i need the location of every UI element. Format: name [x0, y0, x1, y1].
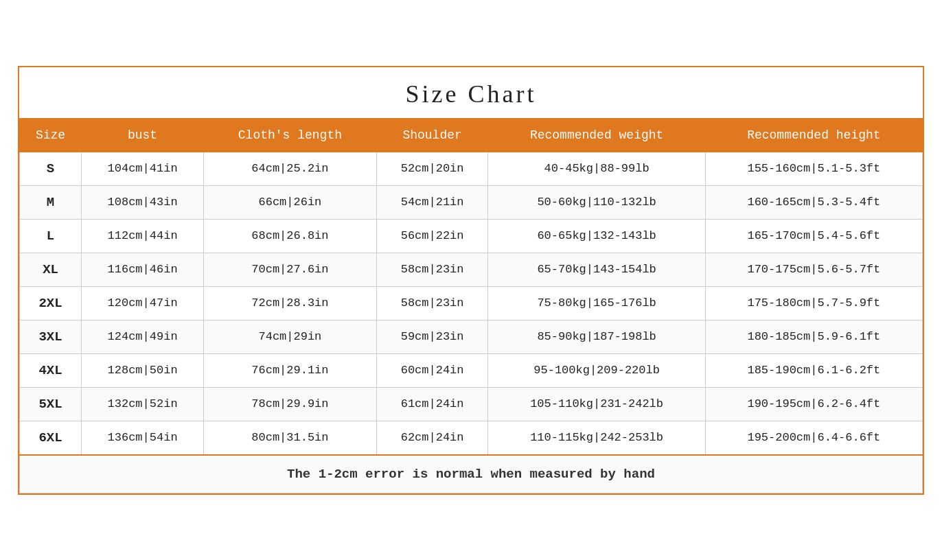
cell-height: 165-170cm|5.4-5.6ft — [705, 219, 922, 253]
cell-shoulder: 61cm|24in — [376, 387, 488, 421]
cell-size: 3XL — [20, 320, 82, 353]
cell-shoulder: 56cm|22in — [376, 219, 488, 253]
cell-height: 195-200cm|6.4-6.6ft — [705, 421, 922, 455]
cell-shoulder: 62cm|24in — [376, 421, 488, 455]
cell-length: 64cm|25.2in — [204, 152, 377, 185]
cell-height: 160-165cm|5.3-5.4ft — [705, 185, 922, 219]
cell-weight: 105-110kg|231-242lb — [488, 387, 705, 421]
cell-height: 175-180cm|5.7-5.9ft — [705, 286, 922, 320]
cell-size: 2XL — [20, 286, 82, 320]
table-row: L112cm|44in68cm|26.8in56cm|22in60-65kg|1… — [20, 219, 923, 253]
cell-weight: 95-100kg|209-220lb — [488, 353, 705, 387]
cell-length: 80cm|31.5in — [204, 421, 377, 455]
cell-size: 4XL — [20, 353, 82, 387]
cell-shoulder: 54cm|21in — [376, 185, 488, 219]
table-header-row: Size bust Cloth's length Shoulder Recomm… — [20, 118, 923, 152]
cell-length: 74cm|29in — [204, 320, 377, 353]
cell-shoulder: 52cm|20in — [376, 152, 488, 185]
cell-bust: 112cm|44in — [82, 219, 204, 253]
cell-bust: 108cm|43in — [82, 185, 204, 219]
table-row: S104cm|41in64cm|25.2in52cm|20in40-45kg|8… — [20, 152, 923, 185]
cell-size: S — [20, 152, 82, 185]
col-header-weight: Recommended weight — [488, 118, 705, 152]
cell-size: 5XL — [20, 387, 82, 421]
table-row: 2XL120cm|47in72cm|28.3in58cm|23in75-80kg… — [20, 286, 923, 320]
cell-bust: 132cm|52in — [82, 387, 204, 421]
cell-height: 170-175cm|5.6-5.7ft — [705, 253, 922, 286]
table-row: 4XL128cm|50in76cm|29.1in60cm|24in95-100k… — [20, 353, 923, 387]
cell-length: 70cm|27.6in — [204, 253, 377, 286]
cell-length: 78cm|29.9in — [204, 387, 377, 421]
cell-length: 72cm|28.3in — [204, 286, 377, 320]
cell-size: M — [20, 185, 82, 219]
cell-weight: 65-70kg|143-154lb — [488, 253, 705, 286]
cell-size: 6XL — [20, 421, 82, 455]
footer-text: The 1-2cm error is normal when measured … — [20, 455, 923, 493]
table-row: XL116cm|46in70cm|27.6in58cm|23in65-70kg|… — [20, 253, 923, 286]
table-row: 3XL124cm|49in74cm|29in59cm|23in85-90kg|1… — [20, 320, 923, 353]
col-header-shoulder: Shoulder — [376, 118, 488, 152]
col-header-bust: bust — [82, 118, 204, 152]
table-row: 6XL136cm|54in80cm|31.5in62cm|24in110-115… — [20, 421, 923, 455]
cell-bust: 116cm|46in — [82, 253, 204, 286]
cell-weight: 85-90kg|187-198lb — [488, 320, 705, 353]
cell-height: 155-160cm|5.1-5.3ft — [705, 152, 922, 185]
cell-shoulder: 59cm|23in — [376, 320, 488, 353]
chart-title: Size Chart — [19, 67, 923, 118]
table-row: M108cm|43in66cm|26in54cm|21in50-60kg|110… — [20, 185, 923, 219]
cell-shoulder: 58cm|23in — [376, 286, 488, 320]
cell-length: 76cm|29.1in — [204, 353, 377, 387]
col-header-height: Recommended height — [705, 118, 922, 152]
size-chart-container: Size Chart Size bust Cloth's length Shou… — [18, 66, 924, 495]
cell-length: 68cm|26.8in — [204, 219, 377, 253]
cell-weight: 40-45kg|88-99lb — [488, 152, 705, 185]
cell-shoulder: 60cm|24in — [376, 353, 488, 387]
col-header-length: Cloth's length — [204, 118, 377, 152]
cell-bust: 136cm|54in — [82, 421, 204, 455]
cell-weight: 110-115kg|242-253lb — [488, 421, 705, 455]
cell-weight: 60-65kg|132-143lb — [488, 219, 705, 253]
cell-height: 180-185cm|5.9-6.1ft — [705, 320, 922, 353]
cell-size: L — [20, 219, 82, 253]
cell-weight: 75-80kg|165-176lb — [488, 286, 705, 320]
cell-height: 190-195cm|6.2-6.4ft — [705, 387, 922, 421]
cell-bust: 120cm|47in — [82, 286, 204, 320]
cell-length: 66cm|26in — [204, 185, 377, 219]
cell-bust: 104cm|41in — [82, 152, 204, 185]
cell-weight: 50-60kg|110-132lb — [488, 185, 705, 219]
footer-row: The 1-2cm error is normal when measured … — [20, 455, 923, 493]
cell-height: 185-190cm|6.1-6.2ft — [705, 353, 922, 387]
table-row: 5XL132cm|52in78cm|29.9in61cm|24in105-110… — [20, 387, 923, 421]
cell-shoulder: 58cm|23in — [376, 253, 488, 286]
cell-bust: 128cm|50in — [82, 353, 204, 387]
cell-bust: 124cm|49in — [82, 320, 204, 353]
size-table: Size bust Cloth's length Shoulder Recomm… — [19, 118, 923, 493]
cell-size: XL — [20, 253, 82, 286]
col-header-size: Size — [20, 118, 82, 152]
